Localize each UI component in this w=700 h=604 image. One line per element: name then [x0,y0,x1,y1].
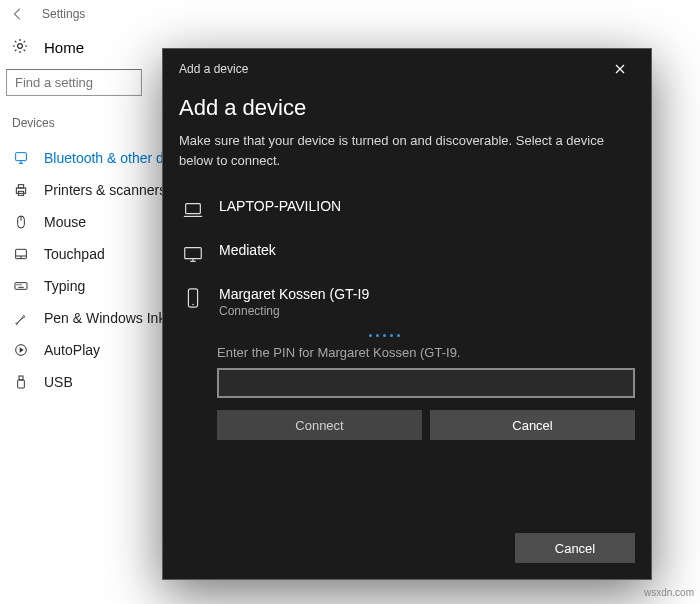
device-row[interactable]: LAPTOP-PAVILION [179,188,635,232]
sidebar-item-label: AutoPlay [44,342,100,358]
svg-rect-1 [16,153,27,161]
keyboard-icon [12,278,30,294]
svg-rect-17 [18,380,25,388]
printer-icon [12,182,30,198]
sidebar-item-label: Bluetooth & other dev [44,150,179,166]
window-title: Settings [42,7,85,21]
touchpad-icon [12,246,30,262]
usb-icon [12,374,30,390]
sidebar-item-label: Touchpad [44,246,105,262]
device-row[interactable]: Margaret Kossen (GT-I9 Connecting [179,276,635,328]
sidebar-item-label: Typing [44,278,85,294]
device-name: Margaret Kossen (GT-I9 [219,286,369,302]
svg-rect-3 [18,185,23,188]
back-arrow-icon [11,7,25,21]
back-button[interactable] [8,4,28,24]
svg-rect-18 [186,204,201,214]
phone-icon [181,286,205,310]
mouse-icon [12,214,30,230]
device-name: Mediatek [219,242,276,258]
sidebar-item-label: Pen & Windows Ink [44,310,165,326]
pen-icon [12,310,30,326]
device-status: Connecting [219,304,369,318]
gear-icon [12,38,30,57]
enter-pin-label: Enter the PIN for Margaret Kossen (GT-I9… [217,345,635,360]
laptop-icon [181,198,205,222]
sidebar-item-label: USB [44,374,73,390]
svg-point-0 [18,44,23,49]
watermark: wsxdn.com [644,587,694,598]
titlebar: Settings [0,0,700,28]
cancel-pairing-button[interactable]: Cancel [430,410,635,440]
dialog-small-title: Add a device [179,62,248,76]
cancel-dialog-button[interactable]: Cancel [515,533,635,563]
svg-rect-20 [185,248,202,259]
dialog-title: Add a device [179,95,635,121]
sidebar-item-label: Printers & scanners [44,182,166,198]
home-label: Home [44,39,84,56]
pin-input[interactable] [217,368,635,398]
add-device-dialog: Add a device Add a device Make sure that… [162,48,652,580]
dialog-subtitle: Make sure that your device is turned on … [179,131,635,170]
bluetooth-icon [12,150,30,166]
device-name: LAPTOP-PAVILION [219,198,341,214]
close-icon [615,64,625,74]
svg-rect-16 [19,376,23,380]
svg-rect-2 [16,188,25,193]
device-row[interactable]: Mediatek [179,232,635,276]
svg-point-24 [192,304,193,305]
dialog-footer: Cancel [179,533,635,563]
sidebar-item-label: Mouse [44,214,86,230]
progress-dots [369,334,635,337]
display-icon [181,242,205,266]
svg-rect-10 [15,283,27,290]
connect-button[interactable]: Connect [217,410,422,440]
action-row: Connect Cancel [217,410,635,440]
close-button[interactable] [605,57,635,81]
autoplay-icon [12,342,30,358]
search-input[interactable] [6,69,142,96]
